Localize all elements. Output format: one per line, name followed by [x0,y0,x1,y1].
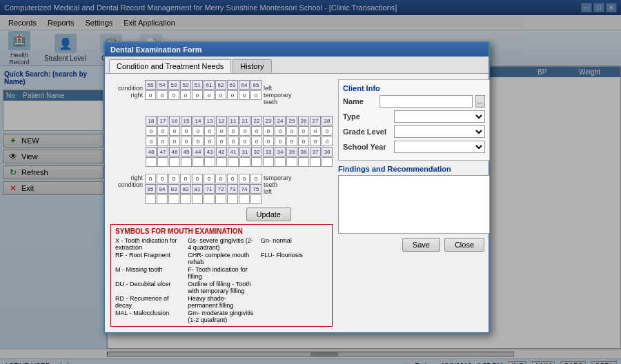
uc2-25[interactable]: 0 [286,136,297,146]
bi-82[interactable] [180,194,191,204]
lc-46[interactable] [169,157,180,167]
bc-72[interactable]: 0 [215,174,226,183]
lc-41[interactable] [228,157,239,167]
uc2-18[interactable]: 0 [146,136,157,146]
bi-85[interactable] [145,194,156,204]
uc1-14[interactable]: 0 [193,126,204,136]
uc1-21[interactable]: 0 [239,126,250,136]
tooth-27: 27 [310,116,321,125]
bc-75[interactable]: 0 [250,174,262,183]
lc-44[interactable] [193,157,204,167]
upper-teeth-section: 18 17 16 15 14 13 12 11 21 22 23 24 25 2… [110,116,333,146]
lc-38[interactable] [322,157,333,167]
lc-33[interactable] [263,157,274,167]
bc-84[interactable]: 0 [157,174,168,183]
uc2-13[interactable]: 0 [204,136,215,146]
uc1-15[interactable]: 0 [181,126,192,136]
school-year-select[interactable] [394,141,485,153]
cond-64[interactable]: 0 [239,90,250,100]
cond-55[interactable]: 0 [145,90,156,100]
uc2-17[interactable]: 0 [157,136,168,146]
bc-82[interactable]: 0 [180,174,191,183]
bi-72[interactable] [215,194,226,204]
bc-71[interactable]: 0 [204,174,215,183]
uc2-21[interactable]: 0 [239,136,250,146]
uc2-14[interactable]: 0 [193,136,204,146]
save-button[interactable]: Save [402,238,440,252]
uc1-17[interactable]: 0 [157,126,168,136]
bc-85[interactable]: 0 [145,174,156,183]
cond-52[interactable]: 0 [180,90,191,100]
cond-51[interactable]: 0 [192,90,203,100]
bc-83[interactable]: 0 [168,174,179,183]
name-input[interactable] [379,95,473,108]
uc1-12[interactable]: 0 [216,126,227,136]
tooth-37: 37 [310,147,321,156]
tooth-51: 51 [192,80,203,90]
update-button[interactable]: Update [246,208,291,221]
uc1-13[interactable]: 0 [204,126,215,136]
symbol-rd: RD - Recurrence of decay [115,295,182,309]
tab-history[interactable]: History [233,59,271,73]
bc-73[interactable]: 0 [227,174,238,183]
bi-75[interactable] [250,194,262,204]
uc1-25[interactable]: 0 [286,126,297,136]
cond-65[interactable]: 0 [250,90,262,100]
uc1-11[interactable]: 0 [228,126,239,136]
cond-61[interactable]: 0 [204,90,215,100]
lc-35[interactable] [286,157,297,167]
lc-36[interactable] [298,157,309,167]
uc1-24[interactable]: 0 [275,126,286,136]
tooth-23: 23 [263,116,274,125]
cond-63[interactable]: 0 [227,90,238,100]
type-select[interactable] [394,110,485,123]
lc-31[interactable] [239,157,250,167]
tab-condition[interactable]: Condition and Treatment Needs [109,59,231,73]
uc2-11[interactable]: 0 [228,136,239,146]
grade-select[interactable] [394,125,485,138]
tooth-45: 45 [181,147,192,156]
uc2-27[interactable]: 0 [310,136,321,146]
uc2-28[interactable]: 0 [322,136,333,146]
uc1-27[interactable]: 0 [310,126,321,136]
tooth-42: 42 [216,147,227,156]
findings-textarea[interactable] [338,175,490,234]
lc-32[interactable] [251,157,262,167]
uc2-22[interactable]: 0 [251,136,262,146]
bi-74[interactable] [239,194,250,204]
uc1-28[interactable]: 0 [322,126,333,136]
cond-62[interactable]: 0 [215,90,226,100]
symbols-section: SYMBOLS FOR MOUTH EXAMINATION X - Tooth … [110,224,333,327]
uc2-23[interactable]: 0 [263,136,274,146]
bi-83[interactable] [168,194,179,204]
bi-84[interactable] [157,194,168,204]
lc-42[interactable] [216,157,227,167]
tooth-11: 11 [228,116,239,125]
uc1-16[interactable]: 0 [169,126,180,136]
lc-37[interactable] [310,157,321,167]
bi-73[interactable] [227,194,238,204]
uc1-22[interactable]: 0 [251,126,262,136]
bc-74[interactable]: 0 [239,174,250,183]
uc2-26[interactable]: 0 [298,136,309,146]
lc-34[interactable] [275,157,286,167]
uc2-16[interactable]: 0 [169,136,180,146]
bc-81[interactable]: 0 [192,174,203,183]
cond-54[interactable]: 0 [157,90,168,100]
uc1-26[interactable]: 0 [298,126,309,136]
cond-53[interactable]: 0 [168,90,179,100]
uc2-24[interactable]: 0 [275,136,286,146]
bi-81[interactable] [192,194,203,204]
bi-71[interactable] [204,194,215,204]
uc2-15[interactable]: 0 [181,136,192,146]
uc1-23[interactable]: 0 [263,126,274,136]
name-search-btn[interactable]: ... [475,95,485,108]
uc1-18[interactable]: 0 [146,126,157,136]
lc-45[interactable] [181,157,192,167]
close-button[interactable]: Close [444,238,484,252]
lc-48[interactable] [146,157,157,167]
name-row: Name ... [343,95,485,108]
lc-43[interactable] [204,157,215,167]
uc2-12[interactable]: 0 [216,136,227,146]
lc-47[interactable] [157,157,168,167]
